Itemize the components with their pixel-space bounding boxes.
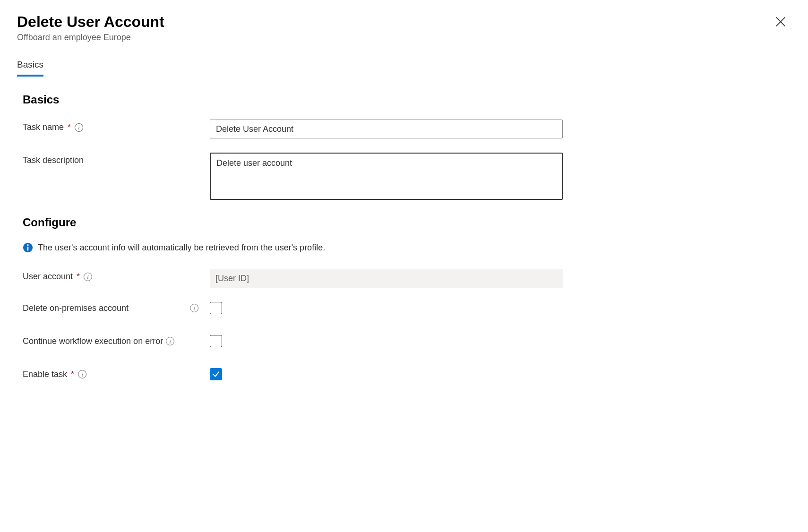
- info-icon[interactable]: [190, 304, 198, 312]
- required-marker: *: [71, 369, 74, 379]
- row-task-name: Task name *: [23, 120, 563, 138]
- row-task-description: Task description: [23, 153, 563, 202]
- required-marker: *: [77, 272, 80, 282]
- page-title: Delete User Account: [17, 13, 791, 31]
- label-task-description-text: Task description: [23, 155, 84, 165]
- info-filled-icon: [23, 242, 33, 253]
- row-user-account: User account * [User ID]: [23, 269, 563, 288]
- tab-bar: Basics: [17, 60, 791, 77]
- continue-on-error-checkbox[interactable]: [210, 335, 222, 347]
- info-icon[interactable]: [166, 337, 174, 345]
- row-delete-on-prem: Delete on-premises account: [23, 302, 563, 314]
- label-enable-task: Enable task *: [23, 369, 210, 379]
- form-configure: The user's account info will automatical…: [17, 242, 563, 380]
- label-delete-on-prem: Delete on-premises account: [23, 303, 210, 313]
- label-user-account-text: User account: [23, 272, 73, 282]
- label-task-description: Task description: [23, 153, 210, 165]
- section-heading-basics: Basics: [17, 93, 791, 106]
- svg-rect-3: [27, 247, 29, 250]
- close-button[interactable]: [774, 15, 787, 28]
- task-panel: Delete User Account Offboard an employee…: [0, 0, 808, 414]
- label-continue-on-error-text: Continue workflow execution on error: [23, 336, 163, 346]
- task-name-input[interactable]: [210, 120, 563, 138]
- info-icon[interactable]: [78, 370, 86, 378]
- info-banner-text: The user's account info will automatical…: [38, 243, 325, 253]
- label-enable-task-text: Enable task: [23, 369, 67, 379]
- label-user-account: User account *: [23, 269, 210, 282]
- label-continue-on-error: Continue workflow execution on error: [23, 336, 210, 346]
- user-account-readonly: [User ID]: [210, 269, 563, 288]
- task-description-input[interactable]: [210, 153, 563, 200]
- row-continue-on-error: Continue workflow execution on error: [23, 335, 563, 347]
- close-icon: [774, 15, 787, 28]
- svg-point-4: [27, 244, 28, 246]
- info-icon[interactable]: [84, 273, 92, 281]
- required-marker: *: [68, 122, 71, 132]
- info-icon[interactable]: [75, 123, 83, 132]
- page-subtitle: Offboard an employee Europe: [17, 33, 791, 43]
- form-basics: Task name * Task description: [17, 120, 563, 202]
- check-icon: [212, 370, 220, 378]
- tab-basics[interactable]: Basics: [17, 60, 43, 77]
- row-enable-task: Enable task *: [23, 368, 563, 380]
- delete-on-prem-checkbox[interactable]: [210, 302, 222, 314]
- enable-task-checkbox[interactable]: [210, 368, 222, 380]
- info-banner: The user's account info will automatical…: [23, 242, 563, 253]
- label-task-name: Task name *: [23, 120, 210, 132]
- section-heading-configure: Configure: [17, 216, 791, 229]
- label-task-name-text: Task name: [23, 122, 64, 132]
- label-delete-on-prem-text: Delete on-premises account: [23, 303, 129, 313]
